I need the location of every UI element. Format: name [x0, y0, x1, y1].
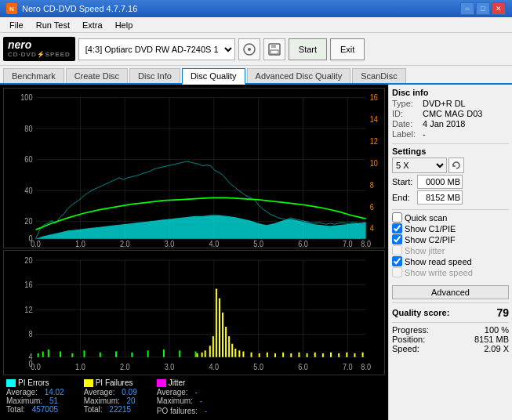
show-write-speed-checkbox [392, 267, 402, 277]
show-jitter-label: Show jitter [405, 246, 445, 255]
svg-text:60: 60 [24, 155, 33, 165]
svg-rect-87 [212, 337, 214, 358]
start-label: Start: [392, 177, 416, 186]
tab-advanced-disc-quality[interactable]: Advanced Disc Quality [247, 68, 351, 83]
start-input[interactable] [417, 175, 463, 189]
svg-text:0.0: 0.0 [31, 240, 41, 248]
quick-scan-checkbox[interactable] [392, 212, 402, 223]
svg-rect-106 [322, 353, 324, 357]
legend-area: PI Errors Average: 14.02 Maximum: 51 Tot… [3, 377, 385, 417]
nero-logo: nero [8, 39, 71, 51]
top-chart: 100 80 60 40 20 0 16 14 12 10 8 6 4 0.0 … [3, 88, 385, 248]
menu-run-test[interactable]: Run Test [30, 19, 76, 31]
speed-refresh-button[interactable] [448, 158, 464, 173]
svg-text:100: 100 [20, 93, 33, 103]
progress-label: Progress: [392, 325, 429, 335]
disc-icon-button[interactable] [238, 38, 260, 60]
quality-score-row: Quality score: 79 [392, 306, 509, 319]
tab-disc-info[interactable]: Disc Info [129, 68, 180, 83]
show-write-speed-row: Show write speed [392, 267, 509, 277]
svg-rect-94 [234, 349, 236, 357]
end-input[interactable] [417, 190, 463, 205]
svg-text:7.0: 7.0 [343, 240, 353, 248]
position-label: Position: [392, 335, 425, 344]
progress-section: Progress: 100 % Position: 8151 MB Speed:… [392, 325, 509, 353]
jitter-legend: Jitter Average: - Maximum: - PO failures… [157, 378, 207, 415]
tab-scan-disc[interactable]: ScanDisc [352, 68, 405, 83]
svg-rect-75 [83, 351, 85, 357]
position-row: Position: 8151 MB [392, 335, 509, 344]
svg-text:4.0: 4.0 [209, 240, 220, 248]
show-c2-checkbox[interactable] [392, 234, 402, 244]
main-content: 100 80 60 40 20 0 16 14 12 10 8 6 4 0.0 … [0, 85, 512, 420]
jitter-max: - [200, 396, 202, 405]
svg-rect-107 [330, 353, 332, 357]
svg-text:4.0: 4.0 [209, 362, 220, 371]
speed-label: Speed: [392, 344, 419, 353]
svg-text:0.0: 0.0 [31, 362, 41, 371]
tab-disc-quality[interactable]: Disc Quality [182, 68, 245, 85]
svg-text:2.0: 2.0 [120, 240, 130, 248]
svg-text:1.0: 1.0 [75, 240, 85, 248]
menu-help[interactable]: Help [109, 19, 140, 31]
end-row: End: [392, 190, 509, 205]
quick-scan-row: Quick scan [392, 212, 509, 223]
svg-rect-72 [48, 349, 49, 357]
tab-create-disc[interactable]: Create Disc [66, 68, 128, 83]
jitter-avg: - [194, 388, 197, 396]
start-button[interactable]: Start [289, 38, 327, 60]
progress-value: 100 % [485, 325, 509, 335]
svg-text:20: 20 [24, 217, 33, 226]
settings-title: Settings [392, 147, 509, 156]
start-row: Start: [392, 175, 509, 189]
settings-section: Settings 5 X 1 X 2 X 4 X 8 X MAX Start: [392, 147, 509, 205]
svg-rect-96 [242, 352, 244, 357]
maximize-button[interactable]: □ [476, 2, 490, 15]
svg-rect-102 [290, 353, 292, 357]
show-c1-checkbox[interactable] [392, 223, 402, 234]
po-failures-val: - [205, 407, 207, 415]
disc-label-value: - [423, 129, 426, 139]
show-read-speed-checkbox[interactable] [392, 256, 402, 266]
exit-button[interactable]: Exit [330, 38, 365, 60]
type-value: DVD+R DL [423, 99, 466, 108]
svg-text:6.0: 6.0 [298, 240, 308, 248]
svg-text:16: 16 [24, 281, 33, 290]
app-icon: N [6, 3, 17, 14]
menu-bar: File Run Test Extra Help [0, 17, 512, 33]
pi-errors-total: 457005 [32, 405, 58, 414]
svg-rect-85 [205, 351, 206, 357]
advanced-button[interactable]: Advanced [392, 285, 509, 299]
svg-rect-100 [274, 353, 276, 357]
tab-bar: Benchmark Create Disc Disc Info Disc Qua… [0, 66, 512, 85]
svg-text:6.0: 6.0 [298, 362, 308, 371]
divider-2 [392, 209, 509, 210]
speed-selector[interactable]: 5 X 1 X 2 X 4 X 8 X MAX [392, 158, 447, 173]
svg-rect-90 [222, 313, 223, 357]
divider-1 [392, 143, 509, 144]
svg-text:10: 10 [370, 158, 379, 168]
tab-benchmark[interactable]: Benchmark [3, 68, 64, 83]
svg-rect-97 [251, 353, 252, 357]
svg-rect-99 [267, 353, 268, 357]
minimize-button[interactable]: – [460, 2, 474, 15]
svg-text:5.0: 5.0 [253, 362, 263, 371]
svg-rect-93 [231, 344, 233, 357]
progress-row: Progress: 100 % [392, 325, 509, 335]
svg-rect-104 [307, 353, 308, 357]
show-read-speed-row: Show read speed [392, 256, 509, 266]
pi-failures-legend: PI Failures Average: 0.09 Maximum: 20 To… [84, 378, 137, 414]
pi-failures-title: PI Failures [96, 378, 133, 387]
svg-text:14: 14 [370, 114, 379, 124]
drive-selector[interactable]: [4:3] Optiarc DVD RW AD-7240S 1.04 [78, 38, 235, 60]
svg-rect-83 [197, 353, 198, 357]
menu-file[interactable]: File [3, 19, 30, 31]
menu-extra[interactable]: Extra [76, 19, 109, 31]
close-button[interactable]: ✕ [492, 2, 506, 15]
position-value: 8151 MB [474, 335, 509, 344]
show-c1-label: Show C1/PIE [405, 224, 456, 234]
save-button[interactable] [263, 38, 285, 60]
end-label: End: [392, 193, 416, 202]
pi-failures-max: 20 [127, 396, 136, 405]
svg-rect-105 [314, 353, 316, 357]
